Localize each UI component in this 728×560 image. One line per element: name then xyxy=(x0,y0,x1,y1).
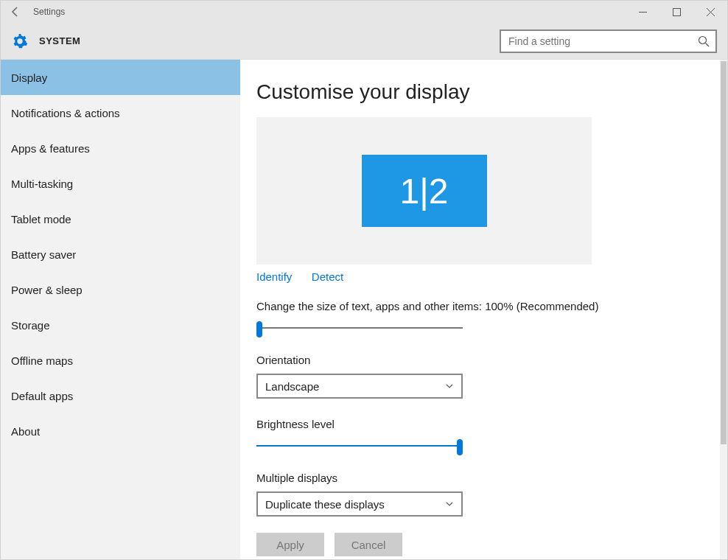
back-button[interactable] xyxy=(1,6,30,18)
slider-thumb[interactable] xyxy=(256,321,262,337)
minimize-button[interactable] xyxy=(626,1,659,23)
orientation-select[interactable]: Landscape xyxy=(256,374,463,399)
apply-button[interactable]: Apply xyxy=(256,533,324,556)
close-button[interactable] xyxy=(693,1,727,23)
arrow-left-icon xyxy=(10,6,21,18)
sidebar-item-notifications[interactable]: Notifications & actions xyxy=(1,95,240,130)
titlebar: Settings xyxy=(1,1,727,23)
sidebar-item-label: Notifications & actions xyxy=(11,107,120,119)
close-icon xyxy=(707,8,715,16)
header: SYSTEM xyxy=(1,23,727,60)
sidebar-item-battery[interactable]: Battery saver xyxy=(1,237,240,272)
sidebar-item-multitasking[interactable]: Multi-tasking xyxy=(1,166,240,201)
sidebar: Display Notifications & actions Apps & f… xyxy=(1,60,240,559)
brightness-slider[interactable] xyxy=(256,438,463,454)
sidebar-item-label: Battery saver xyxy=(11,248,76,261)
apply-label: Apply xyxy=(276,539,304,551)
vertical-scrollbar[interactable] xyxy=(720,60,727,559)
multiple-displays-select[interactable]: Duplicate these displays xyxy=(256,491,463,517)
scale-label: Change the size of text, apps and other … xyxy=(256,300,698,312)
button-row: Apply Cancel xyxy=(256,533,698,556)
search-icon xyxy=(698,35,710,47)
cancel-label: Cancel xyxy=(351,539,386,551)
sidebar-item-label: Offline maps xyxy=(11,354,73,367)
svg-point-1 xyxy=(699,36,707,43)
page-heading: Customise your display xyxy=(256,80,698,104)
sidebar-item-label: Tablet mode xyxy=(11,213,71,225)
content-pane: Customise your display 1|2 Identify Dete… xyxy=(240,60,727,559)
maximize-button[interactable] xyxy=(659,1,693,23)
sidebar-item-display[interactable]: Display xyxy=(1,60,240,95)
sidebar-item-maps[interactable]: Offline maps xyxy=(1,343,240,378)
gear-icon xyxy=(11,32,29,50)
slider-thumb[interactable] xyxy=(457,439,463,455)
identify-link[interactable]: Identify xyxy=(256,270,292,283)
chevron-down-icon xyxy=(445,500,454,508)
sidebar-item-label: Power & sleep xyxy=(11,284,83,296)
search-box[interactable] xyxy=(500,29,717,53)
orientation-value: Landscape xyxy=(265,380,319,393)
sidebar-item-label: Multi-tasking xyxy=(11,178,73,190)
orientation-label: Orientation xyxy=(256,354,698,366)
display-preview[interactable]: 1|2 xyxy=(256,117,592,265)
chevron-down-icon xyxy=(445,382,454,391)
monitor-number: 1|2 xyxy=(400,171,449,211)
svg-rect-0 xyxy=(673,8,680,15)
window-title: Settings xyxy=(30,7,65,17)
scrollbar-thumb[interactable] xyxy=(721,61,727,444)
display-links: Identify Detect xyxy=(256,270,698,284)
brightness-label: Brightness level xyxy=(256,418,698,430)
slider-track xyxy=(256,327,463,329)
multiple-displays-value: Duplicate these displays xyxy=(265,498,385,511)
sidebar-item-tablet[interactable]: Tablet mode xyxy=(1,201,240,237)
detect-link[interactable]: Detect xyxy=(312,270,343,283)
settings-window: Settings SYSTEM Display Notifications & … xyxy=(0,0,728,560)
maximize-icon xyxy=(673,8,681,16)
cancel-button[interactable]: Cancel xyxy=(335,533,402,556)
scale-slider[interactable] xyxy=(256,320,463,336)
sidebar-item-label: Display xyxy=(11,71,47,84)
sidebar-item-label: About xyxy=(11,425,40,438)
minimize-icon xyxy=(639,8,647,16)
scroll-area: Customise your display 1|2 Identify Dete… xyxy=(240,60,720,559)
sidebar-item-about[interactable]: About xyxy=(1,413,240,449)
sidebar-item-label: Storage xyxy=(11,319,50,332)
sidebar-item-label: Default apps xyxy=(11,390,73,402)
sidebar-item-power[interactable]: Power & sleep xyxy=(1,272,240,307)
section-title: SYSTEM xyxy=(39,35,80,46)
monitor-tile[interactable]: 1|2 xyxy=(362,155,487,227)
sidebar-item-storage[interactable]: Storage xyxy=(1,307,240,343)
sidebar-item-apps[interactable]: Apps & features xyxy=(1,130,240,166)
multiple-displays-label: Multiple displays xyxy=(256,472,698,484)
sidebar-item-label: Apps & features xyxy=(11,142,90,155)
search-input[interactable] xyxy=(507,35,698,48)
slider-fill xyxy=(256,445,463,447)
body: Display Notifications & actions Apps & f… xyxy=(1,60,727,559)
sidebar-item-default-apps[interactable]: Default apps xyxy=(1,378,240,413)
